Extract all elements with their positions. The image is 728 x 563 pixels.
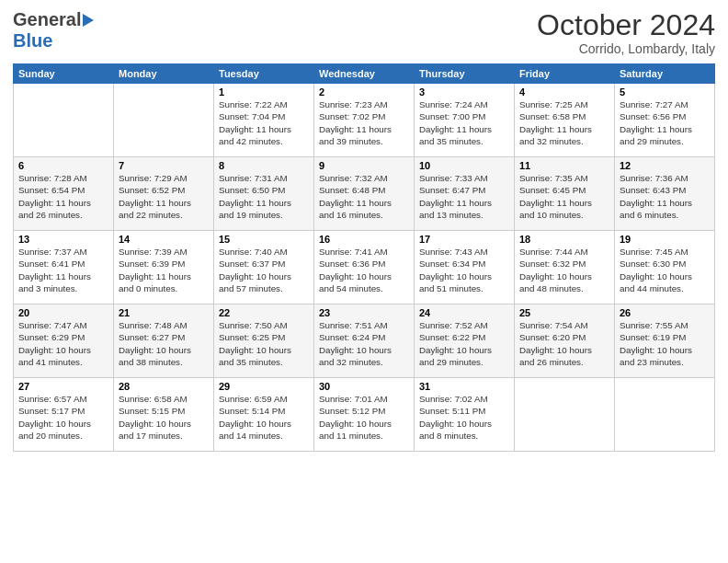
sunset-text: Sunset: 6:39 PM: [119, 259, 185, 269]
col-wednesday: Wednesday: [314, 64, 415, 84]
daylight-text: Daylight: 10 hours and 14 minutes.: [219, 419, 291, 441]
calendar-table: Sunday Monday Tuesday Wednesday Thursday…: [13, 63, 715, 452]
sunset-text: Sunset: 6:24 PM: [319, 332, 385, 342]
calendar-cell-w1-d3: 1Sunrise: 7:22 AMSunset: 7:04 PMDaylight…: [214, 84, 314, 157]
sunset-text: Sunset: 6:32 PM: [519, 259, 586, 269]
sunrise-text: Sunrise: 7:31 AM: [219, 173, 288, 183]
day-info: Sunrise: 7:43 AMSunset: 6:34 PMDaylight:…: [419, 246, 509, 294]
sunset-text: Sunset: 5:17 PM: [18, 406, 85, 416]
daylight-text: Daylight: 10 hours and 20 minutes.: [18, 419, 91, 441]
calendar-cell-w4-d4: 23Sunrise: 7:51 AMSunset: 6:24 PMDayligh…: [314, 304, 415, 378]
day-info: Sunrise: 6:57 AMSunset: 5:17 PMDaylight:…: [18, 393, 108, 442]
sunset-text: Sunset: 6:41 PM: [18, 259, 85, 269]
day-info: Sunrise: 7:41 AMSunset: 6:36 PMDaylight:…: [319, 246, 409, 294]
sunrise-text: Sunrise: 7:39 AM: [119, 247, 188, 257]
calendar-cell-w1-d5: 3Sunrise: 7:24 AMSunset: 7:00 PMDaylight…: [415, 84, 515, 157]
day-info: Sunrise: 7:55 AMSunset: 6:19 PMDaylight:…: [620, 319, 710, 368]
col-sunday: Sunday: [14, 64, 114, 84]
day-number: 13: [18, 234, 108, 245]
sunset-text: Sunset: 6:30 PM: [620, 259, 686, 269]
sunrise-text: Sunrise: 7:52 AM: [419, 320, 488, 330]
sunset-text: Sunset: 6:47 PM: [419, 185, 485, 195]
sunset-text: Sunset: 6:56 PM: [620, 111, 686, 121]
calendar-cell-w2-d6: 11Sunrise: 7:35 AMSunset: 6:45 PMDayligh…: [515, 157, 615, 231]
day-info: Sunrise: 7:36 AMSunset: 6:43 PMDaylight:…: [620, 172, 710, 221]
day-number: 4: [519, 86, 609, 98]
sunset-text: Sunset: 6:34 PM: [419, 259, 485, 269]
calendar-cell-w3-d6: 18Sunrise: 7:44 AMSunset: 6:32 PMDayligh…: [515, 231, 615, 304]
calendar-cell-w4-d5: 24Sunrise: 7:52 AMSunset: 6:22 PMDayligh…: [415, 304, 515, 378]
calendar-cell-w5-d5: 31Sunrise: 7:02 AMSunset: 5:11 PMDayligh…: [415, 378, 515, 452]
day-number: 22: [219, 307, 309, 318]
day-info: Sunrise: 7:22 AMSunset: 7:04 PMDaylight:…: [219, 98, 309, 147]
calendar-cell-w3-d3: 15Sunrise: 7:40 AMSunset: 6:37 PMDayligh…: [214, 231, 314, 304]
day-info: Sunrise: 7:39 AMSunset: 6:39 PMDaylight:…: [119, 246, 209, 294]
sunrise-text: Sunrise: 7:33 AM: [419, 173, 488, 183]
daylight-text: Daylight: 11 hours and 32 minutes.: [519, 124, 592, 146]
col-saturday: Saturday: [615, 64, 715, 84]
calendar-cell-w2-d4: 9Sunrise: 7:32 AMSunset: 6:48 PMDaylight…: [314, 157, 415, 231]
day-info: Sunrise: 7:44 AMSunset: 6:32 PMDaylight:…: [519, 246, 609, 294]
sunset-text: Sunset: 6:27 PM: [119, 332, 185, 342]
sunrise-text: Sunrise: 7:44 AM: [519, 247, 588, 257]
logo-arrow-icon: [83, 14, 94, 27]
sunset-text: Sunset: 5:11 PM: [419, 406, 485, 416]
calendar-cell-w3-d7: 19Sunrise: 7:45 AMSunset: 6:30 PMDayligh…: [615, 231, 715, 304]
location: Corrido, Lombardy, Italy: [537, 41, 715, 56]
sunrise-text: Sunrise: 7:25 AM: [519, 99, 588, 109]
calendar-cell-w5-d4: 30Sunrise: 7:01 AMSunset: 5:12 PMDayligh…: [314, 378, 415, 452]
header: General Blue October 2024 Corrido, Lomba…: [13, 9, 715, 56]
daylight-text: Daylight: 10 hours and 26 minutes.: [519, 345, 592, 367]
day-number: 17: [419, 234, 509, 245]
day-info: Sunrise: 7:32 AMSunset: 6:48 PMDaylight:…: [319, 172, 409, 221]
week-row-5: 27Sunrise: 6:57 AMSunset: 5:17 PMDayligh…: [14, 378, 715, 452]
day-number: 28: [119, 381, 209, 392]
calendar-cell-w5-d1: 27Sunrise: 6:57 AMSunset: 5:17 PMDayligh…: [14, 378, 114, 452]
calendar-header-row: Sunday Monday Tuesday Wednesday Thursday…: [14, 64, 715, 84]
day-number: 2: [319, 86, 409, 98]
sunset-text: Sunset: 6:37 PM: [219, 259, 285, 269]
sunset-text: Sunset: 6:52 PM: [119, 185, 185, 195]
sunrise-text: Sunrise: 7:01 AM: [319, 394, 388, 404]
daylight-text: Daylight: 11 hours and 29 minutes.: [620, 124, 692, 146]
sunrise-text: Sunrise: 7:32 AM: [319, 173, 388, 183]
daylight-text: Daylight: 10 hours and 29 minutes.: [419, 345, 492, 367]
day-info: Sunrise: 7:48 AMSunset: 6:27 PMDaylight:…: [119, 319, 209, 368]
day-number: 1: [219, 86, 309, 98]
daylight-text: Daylight: 10 hours and 38 minutes.: [119, 345, 191, 367]
daylight-text: Daylight: 10 hours and 57 minutes.: [219, 271, 291, 293]
day-info: Sunrise: 6:59 AMSunset: 5:14 PMDaylight:…: [219, 393, 309, 442]
sunrise-text: Sunrise: 6:59 AM: [219, 394, 288, 404]
day-info: Sunrise: 7:31 AMSunset: 6:50 PMDaylight:…: [219, 172, 309, 221]
day-info: Sunrise: 7:23 AMSunset: 7:02 PMDaylight:…: [319, 98, 409, 147]
day-number: 23: [319, 307, 409, 318]
calendar-cell-w1-d2: [114, 84, 214, 157]
day-info: Sunrise: 7:24 AMSunset: 7:00 PMDaylight:…: [419, 98, 509, 147]
daylight-text: Daylight: 11 hours and 13 minutes.: [419, 198, 492, 220]
calendar-cell-w2-d1: 6Sunrise: 7:28 AMSunset: 6:54 PMDaylight…: [14, 157, 114, 231]
sunrise-text: Sunrise: 7:45 AM: [620, 247, 688, 257]
calendar-cell-w3-d2: 14Sunrise: 7:39 AMSunset: 6:39 PMDayligh…: [114, 231, 214, 304]
week-row-3: 13Sunrise: 7:37 AMSunset: 6:41 PMDayligh…: [14, 231, 715, 304]
daylight-text: Daylight: 11 hours and 22 minutes.: [119, 198, 191, 220]
daylight-text: Daylight: 11 hours and 35 minutes.: [419, 124, 492, 146]
calendar-cell-w3-d1: 13Sunrise: 7:37 AMSunset: 6:41 PMDayligh…: [14, 231, 114, 304]
day-number: 24: [419, 307, 509, 318]
day-info: Sunrise: 7:29 AMSunset: 6:52 PMDaylight:…: [119, 172, 209, 221]
calendar-cell-w1-d1: [14, 84, 114, 157]
daylight-text: Daylight: 10 hours and 48 minutes.: [519, 271, 592, 293]
day-info: Sunrise: 7:40 AMSunset: 6:37 PMDaylight:…: [219, 246, 309, 294]
calendar-cell-w4-d6: 25Sunrise: 7:54 AMSunset: 6:20 PMDayligh…: [515, 304, 615, 378]
calendar-cell-w4-d1: 20Sunrise: 7:47 AMSunset: 6:29 PMDayligh…: [14, 304, 114, 378]
col-thursday: Thursday: [415, 64, 515, 84]
month-title: October 2024: [537, 9, 715, 41]
day-number: 25: [519, 307, 609, 318]
day-number: 31: [419, 381, 509, 392]
daylight-text: Daylight: 10 hours and 41 minutes.: [18, 345, 91, 367]
calendar-cell-w4-d3: 22Sunrise: 7:50 AMSunset: 6:25 PMDayligh…: [214, 304, 314, 378]
calendar-cell-w2-d3: 8Sunrise: 7:31 AMSunset: 6:50 PMDaylight…: [214, 157, 314, 231]
sunset-text: Sunset: 6:58 PM: [519, 111, 586, 121]
sunrise-text: Sunrise: 7:28 AM: [18, 173, 87, 183]
sunrise-text: Sunrise: 7:41 AM: [319, 247, 388, 257]
sunrise-text: Sunrise: 7:37 AM: [18, 247, 87, 257]
